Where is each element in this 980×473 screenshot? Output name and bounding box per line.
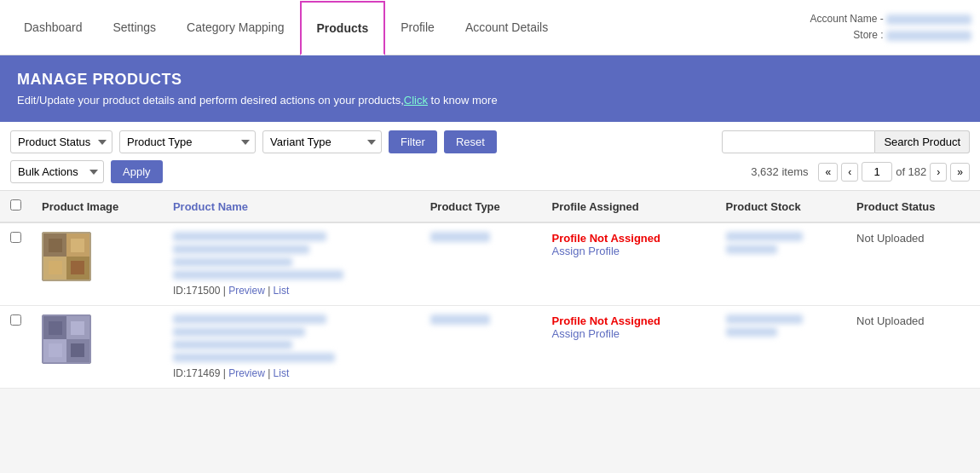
- col-header-name: Product Name: [163, 191, 420, 222]
- account-name-label: Account Name -: [810, 13, 884, 25]
- account-name-value: [886, 14, 971, 25]
- select-all-checkbox[interactable]: [10, 199, 21, 211]
- assign-profile-link-2[interactable]: Assign Profile: [552, 327, 706, 340]
- pagination-next[interactable]: ›: [930, 163, 947, 182]
- banner-title: MANAGE PRODUCTS: [17, 71, 963, 89]
- preview-link-2[interactable]: Preview: [228, 367, 265, 379]
- filter-button[interactable]: Filter: [389, 130, 437, 153]
- svg-rect-15: [71, 321, 84, 335]
- col-header-stock: Product Stock: [716, 191, 847, 222]
- table-header-row: Product Image Product Name Product Type …: [0, 191, 980, 222]
- col-header-status: Product Status: [846, 191, 980, 222]
- pagination-first[interactable]: «: [818, 163, 838, 182]
- top-nav: Dashboard Settings Category Mapping Prod…: [0, 0, 980, 55]
- nav-item-settings[interactable]: Settings: [98, 0, 172, 55]
- variant-type-select[interactable]: Variant Type: [262, 130, 382, 153]
- items-count: 3,632 items: [751, 165, 808, 178]
- nav-item-products[interactable]: Products: [300, 1, 386, 55]
- preview-link-1[interactable]: Preview: [228, 285, 265, 297]
- nav-items: Dashboard Settings Category Mapping Prod…: [9, 0, 563, 55]
- product-image-2: [42, 314, 91, 364]
- banner: MANAGE PRODUCTS Edit/Update your product…: [0, 55, 980, 122]
- row-checkbox-2[interactable]: [10, 314, 21, 326]
- list-link-1[interactable]: List: [274, 285, 290, 297]
- col-header-type: Product Type: [420, 191, 542, 222]
- table-wrap: Product Image Product Name Product Type …: [0, 191, 980, 389]
- col-header-image: Product Image: [32, 191, 163, 222]
- pagination-prev[interactable]: ‹: [841, 163, 858, 182]
- product-id-row-1: ID:171500 | Preview | List: [173, 285, 410, 297]
- product-stock-2: [726, 314, 803, 324]
- filter-row: Product Status Product Type Variant Type…: [10, 130, 970, 153]
- product-stock-2b: [726, 327, 777, 337]
- svg-rect-14: [49, 321, 62, 335]
- pagination-total: of 182: [896, 165, 926, 178]
- row-checkbox-1[interactable]: [10, 232, 21, 243]
- svg-rect-6: [71, 239, 84, 252]
- nav-item-account-details[interactable]: Account Details: [450, 0, 563, 55]
- svg-rect-7: [49, 261, 62, 274]
- svg-rect-16: [49, 343, 62, 357]
- profile-status-1: Profile Not Assigned: [552, 232, 706, 245]
- product-name-2: [173, 314, 410, 362]
- nav-item-profile[interactable]: Profile: [385, 0, 450, 55]
- store-label: Store :: [853, 29, 883, 41]
- banner-description: Edit/Update your product details and per…: [17, 94, 963, 107]
- banner-link[interactable]: Click: [404, 94, 428, 107]
- col-header-profile: Profile Assigned: [542, 191, 716, 222]
- apply-button[interactable]: Apply: [111, 160, 163, 183]
- search-button[interactable]: Search Product: [875, 130, 970, 153]
- product-id-row-2: ID:171469 | Preview | List: [173, 367, 410, 379]
- product-status-select[interactable]: Product Status: [10, 130, 112, 153]
- pagination: 3,632 items « ‹ of 182 › »: [751, 162, 970, 182]
- filters-bar: Product Status Product Type Variant Type…: [0, 122, 980, 191]
- product-image-1: [42, 232, 91, 281]
- nav-item-dashboard[interactable]: Dashboard: [9, 0, 98, 55]
- store-value: [886, 31, 971, 41]
- pagination-page-input[interactable]: [862, 162, 892, 182]
- table-row: ID:171469 | Preview | List Profile Not A…: [0, 306, 980, 389]
- product-type-2: [430, 314, 490, 325]
- assign-profile-link-1[interactable]: Assign Profile: [552, 245, 706, 257]
- actions-row: Bulk Actions Apply 3,632 items « ‹ of 18…: [10, 160, 970, 183]
- list-link-2[interactable]: List: [274, 367, 290, 379]
- search-wrap: Search Product: [722, 130, 970, 153]
- nav-item-category-mapping[interactable]: Category Mapping: [171, 0, 299, 55]
- svg-rect-8: [71, 261, 84, 274]
- product-name-1: [173, 232, 410, 280]
- search-input[interactable]: [722, 130, 875, 153]
- product-status-1: Not Uploaded: [856, 232, 925, 245]
- svg-rect-17: [71, 343, 84, 357]
- product-status-2: Not Uploaded: [856, 314, 925, 327]
- svg-rect-5: [49, 239, 62, 252]
- table-row: ID:171500 | Preview | List Profile Not A…: [0, 222, 980, 306]
- product-type-select[interactable]: Product Type: [119, 130, 256, 153]
- product-type-1: [430, 232, 490, 242]
- nav-account: Account Name - Store :: [810, 11, 971, 43]
- products-table: Product Image Product Name Product Type …: [0, 191, 980, 389]
- product-stock-1: [726, 232, 803, 241]
- reset-button[interactable]: Reset: [444, 130, 497, 153]
- pagination-last[interactable]: »: [950, 163, 970, 182]
- product-stock-1b: [726, 245, 777, 254]
- profile-status-2: Profile Not Assigned: [552, 314, 706, 327]
- bulk-actions-select[interactable]: Bulk Actions: [10, 160, 104, 183]
